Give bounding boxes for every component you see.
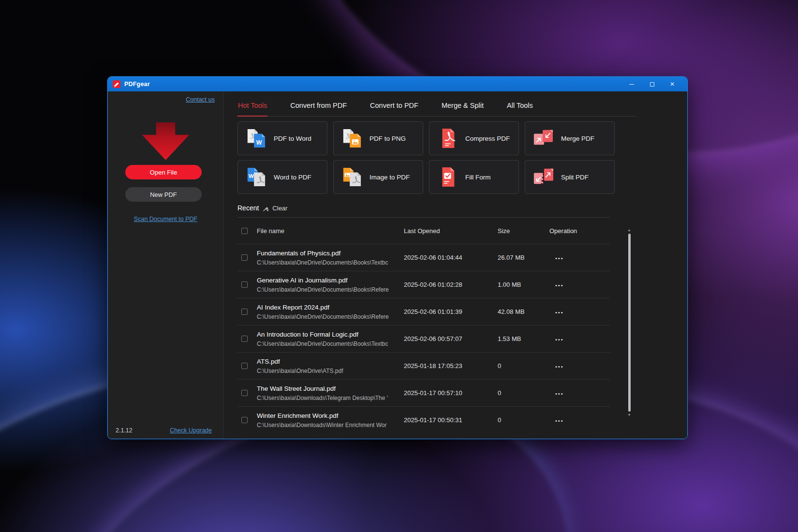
recent-files-table: File name Last Opened Size Operation Fun… <box>237 217 610 433</box>
file-name: ATS.pdf <box>257 358 402 365</box>
tab-label: All Tools <box>507 102 533 109</box>
column-header-size: Size <box>494 227 549 235</box>
row-operations-menu[interactable]: ••• <box>555 418 564 424</box>
file-size: 0 <box>494 416 549 424</box>
file-size: 0 <box>494 389 549 397</box>
row-checkbox[interactable] <box>241 281 248 288</box>
table-body: Fundamentals of Physics.pdf C:\Users\bax… <box>237 244 610 433</box>
row-checkbox[interactable] <box>241 417 248 423</box>
new-pdf-button[interactable]: New PDF <box>125 187 202 202</box>
tool-label: PDF to Word <box>274 135 311 142</box>
tool-label: Split PDF <box>561 174 589 181</box>
tool-card-image-to-pdf[interactable]: Image to PDF <box>333 160 423 194</box>
tab-hot-tools[interactable]: Hot Tools <box>237 102 267 117</box>
tool-label: PDF to PNG <box>369 135 406 142</box>
close-button[interactable]: ✕ <box>662 77 682 91</box>
tool-card-split-pdf[interactable]: Split PDF <box>525 160 615 194</box>
tool-card-word-to-pdf[interactable]: Word to PDF <box>237 160 327 194</box>
row-operations-menu[interactable]: ••• <box>555 391 564 397</box>
file-name: Generative AI in Journalism.pdf <box>257 277 402 284</box>
table-row[interactable]: An Introduction to Formal Logic.pdf C:\U… <box>237 325 610 352</box>
last-opened: 2025-02-06 01:01:39 <box>402 308 494 315</box>
last-opened: 2025-02-06 00:57:07 <box>402 335 494 342</box>
open-file-button[interactable]: Open File <box>125 165 202 179</box>
tab-merge-split[interactable]: Merge & Split <box>441 102 484 117</box>
row-operations-menu[interactable]: ••• <box>555 255 564 261</box>
table-row[interactable]: ATS.pdf C:\Users\baxia\OneDrive\ATS.pdf … <box>237 352 610 379</box>
maximize-icon <box>650 82 654 87</box>
last-opened: 2025-01-17 00:50:31 <box>402 416 494 424</box>
last-opened: 2025-02-06 01:04:44 <box>402 254 494 261</box>
file-name: Fundamentals of Physics.pdf <box>257 250 402 257</box>
file-name: An Introduction to Formal Logic.pdf <box>257 331 402 338</box>
tab-label: Hot Tools <box>238 102 267 109</box>
tabs-bar: Hot Tools Convert from PDF Convert to PD… <box>237 91 637 117</box>
tool-card-compress-pdf[interactable]: Compress PDF <box>429 121 519 155</box>
file-size: 1.53 MB <box>494 335 549 342</box>
app-version: 2.1.12 <box>116 427 133 434</box>
scroll-up-icon[interactable]: ▲ <box>628 228 631 233</box>
desktop-wallpaper: PDFgear ✕ Contact us Open File New PDF S… <box>0 0 798 532</box>
tab-convert-from-pdf[interactable]: Convert from PDF <box>290 102 347 117</box>
row-checkbox[interactable] <box>241 363 248 369</box>
minimize-button[interactable] <box>621 77 642 91</box>
row-checkbox[interactable] <box>241 390 248 396</box>
tool-card-pdf-to-word[interactable]: PDF to Word <box>237 121 327 155</box>
minimize-icon <box>629 84 634 85</box>
row-checkbox[interactable] <box>241 309 248 315</box>
scroll-down-icon[interactable]: ▼ <box>628 413 631 417</box>
tool-card-merge-pdf[interactable]: Merge PDF <box>525 121 615 155</box>
file-path: C:\Users\baxia\Downloads\Telegram Deskto… <box>257 395 402 401</box>
broom-icon <box>263 205 270 212</box>
app-logo-icon <box>113 80 120 88</box>
last-opened: 2025-01-18 17:05:23 <box>402 362 494 369</box>
row-operations-menu[interactable]: ••• <box>555 310 564 315</box>
table-row[interactable]: The Wall Street Journal.pdf C:\Users\bax… <box>237 379 610 406</box>
row-checkbox[interactable] <box>241 254 248 261</box>
row-operations-menu[interactable]: ••• <box>555 337 564 342</box>
tab-label: Convert to PDF <box>370 102 418 109</box>
column-header-file-name: File name <box>257 227 402 235</box>
select-all-checkbox[interactable] <box>241 228 248 234</box>
tool-icon <box>436 167 458 187</box>
column-header-last-opened: Last Opened <box>402 227 494 235</box>
check-upgrade-link[interactable]: Check Upgrade <box>170 427 212 434</box>
scan-document-link[interactable]: Scan Document to PDF <box>108 216 223 222</box>
tool-label: Fill Form <box>465 174 491 181</box>
pdfgear-window: PDFgear ✕ Contact us Open File New PDF S… <box>107 76 688 439</box>
row-checkbox[interactable] <box>241 336 248 342</box>
clear-label: Clear <box>272 205 287 212</box>
recent-section-title: Recent <box>237 204 259 212</box>
clear-recent-button[interactable]: Clear <box>263 205 287 212</box>
tool-icon <box>340 128 363 148</box>
maximize-button[interactable] <box>642 77 662 91</box>
tool-icon <box>436 128 458 148</box>
table-row[interactable]: Winter Enrichment Work.pdf C:\Users\baxi… <box>237 406 610 433</box>
sidebar: Contact us Open File New PDF Scan Docume… <box>108 91 224 439</box>
tools-grid: PDF to Word PDF to PNG Compress PDF <box>237 121 687 194</box>
tool-label: Merge PDF <box>561 135 594 142</box>
file-path: C:\Users\baxia\OneDrive\ATS.pdf <box>257 368 402 374</box>
scrollbar-thumb[interactable] <box>628 234 631 412</box>
file-size: 1.00 MB <box>494 281 549 288</box>
row-operations-menu[interactable]: ••• <box>555 282 564 288</box>
table-row[interactable]: Generative AI in Journalism.pdf C:\Users… <box>237 271 610 298</box>
tab-all-tools[interactable]: All Tools <box>506 102 533 117</box>
table-row[interactable]: Fundamentals of Physics.pdf C:\Users\bax… <box>237 244 610 271</box>
last-opened: 2025-01-17 00:57:10 <box>402 389 494 397</box>
file-path: C:\Users\baxia\OneDrive\Documents\Books\… <box>257 286 402 293</box>
tool-card-fill-form[interactable]: Fill Form <box>429 160 519 194</box>
last-opened: 2025-02-06 01:02:28 <box>402 281 494 288</box>
titlebar[interactable]: PDFgear ✕ <box>108 77 687 91</box>
file-size: 26.07 MB <box>494 254 549 261</box>
file-path: C:\Users\baxia\Downloads\Winter Enrichme… <box>257 422 402 429</box>
contact-us-link[interactable]: Contact us <box>186 96 215 103</box>
scrollbar[interactable]: ▲ ▼ <box>627 228 632 417</box>
tab-convert-to-pdf[interactable]: Convert to PDF <box>369 102 419 117</box>
table-row[interactable]: AI Index Report 2024.pdf C:\Users\baxia\… <box>237 298 610 325</box>
tool-label: Compress PDF <box>465 135 510 142</box>
file-name: The Wall Street Journal.pdf <box>257 385 402 392</box>
file-path: C:\Users\baxia\OneDrive\Documents\Books\… <box>257 259 402 266</box>
tool-card-pdf-to-png[interactable]: PDF to PNG <box>333 121 423 155</box>
row-operations-menu[interactable]: ••• <box>555 364 564 369</box>
